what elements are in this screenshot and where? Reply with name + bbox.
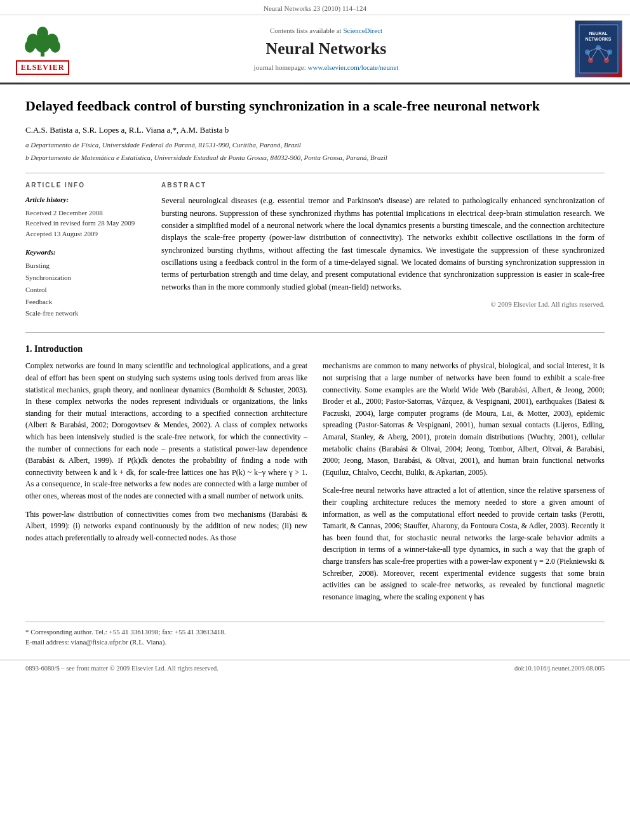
divider-2: [25, 332, 605, 333]
received-date: Received 2 December 2008: [25, 208, 146, 218]
keyword-3: Control: [25, 284, 146, 296]
body-para-3: mechanisms are common to many networks o…: [323, 360, 605, 478]
article-history-label: Article history:: [25, 195, 146, 204]
cover-svg: NEURAL NETWORKS: [578, 23, 619, 74]
elsevier-tree-icon: [20, 23, 65, 58]
abstract-text: Several neurological diseases (e.g. esse…: [161, 195, 605, 293]
elsevier-logo: ELSEVIER: [8, 23, 77, 75]
article-title: Delayed feedback control of bursting syn…: [25, 97, 605, 116]
homepage-url[interactable]: www.elsevier.com/locate/neunet: [308, 63, 399, 71]
keyword-1: Bursting: [25, 260, 146, 272]
journal-homepage: journal homepage: www.elsevier.com/locat…: [84, 63, 568, 72]
abstract-section-label: ABSTRACT: [161, 181, 605, 190]
issn-text: 0893-6080/$ – see front matter © 2009 El…: [25, 664, 218, 674]
body-para-4: Scale-free neural networks have attracte…: [323, 484, 605, 603]
article-info-section-label: ARTICLE INFO: [25, 181, 146, 190]
accepted-date: Accepted 13 August 2009: [25, 229, 146, 239]
elsevier-label: ELSEVIER: [16, 60, 70, 75]
journal-reference: Neural Networks 23 (2010) 114–124: [0, 0, 630, 15]
journal-header: ELSEVIER Contents lists available at Sci…: [0, 15, 630, 84]
affiliations: a Departamento de Física, Universidade F…: [25, 140, 605, 163]
received-revised-date: Received in revised form 28 May 2009: [25, 218, 146, 229]
body-container: 1. Introduction Complex networks are fou…: [0, 343, 630, 660]
abstract-column: ABSTRACT Several neurological diseases (…: [161, 181, 605, 319]
sciencedirect-link: Contents lists available at ScienceDirec…: [84, 26, 568, 36]
body-col-left: Complex networks are found in many scien…: [25, 360, 307, 609]
body-col-right: mechanisms are common to many networks o…: [323, 360, 605, 609]
journal-cover-image: NEURAL NETWORKS: [575, 20, 622, 77]
article-info-abstract: ARTICLE INFO Article history: Received 2…: [25, 181, 605, 319]
keyword-4: Feedback: [25, 296, 146, 308]
svg-point-5: [50, 40, 60, 53]
footnote-star: * Corresponding author. Tel.: +55 41 336…: [25, 627, 605, 637]
authors: C.A.S. Batista a, S.R. Lopes a, R.L. Via…: [25, 124, 605, 136]
article-history-block: Article history: Received 2 December 200…: [25, 195, 146, 239]
affiliation-a: a Departamento de Física, Universidade F…: [25, 140, 605, 150]
footnote-email: E-mail address: viana@fisica.ufpr.br (R.…: [25, 637, 605, 647]
journal-center: Contents lists available at ScienceDirec…: [84, 26, 568, 72]
bottom-bar: 0893-6080/$ – see front matter © 2009 El…: [0, 660, 630, 677]
copyright: © 2009 Elsevier Ltd. All rights reserved…: [161, 300, 605, 309]
authors-text: C.A.S. Batista a, S.R. Lopes a, R.L. Via…: [25, 125, 229, 135]
journal-title: Neural Networks: [84, 37, 568, 60]
svg-point-6: [37, 27, 48, 41]
keyword-2: Synchronization: [25, 272, 146, 284]
keywords-block: Keywords: Bursting Synchronization Contr…: [25, 248, 146, 319]
footnote-area: * Corresponding author. Tel.: +55 41 336…: [25, 622, 605, 647]
divider-1: [25, 173, 605, 173]
body-para-2: This power-law distribution of connectiv…: [25, 509, 307, 544]
svg-text:NETWORKS: NETWORKS: [586, 37, 612, 41]
sciencedirect-anchor[interactable]: ScienceDirect: [343, 27, 382, 34]
body-two-col: Complex networks are found in many scien…: [25, 360, 605, 609]
journal-ref-text: Neural Networks 23 (2010) 114–124: [264, 4, 366, 12]
doi-text: doi:10.1016/j.neunet.2009.08.005: [514, 664, 605, 674]
body-para-1: Complex networks are found in many scien…: [25, 360, 307, 502]
article-container: Delayed feedback control of bursting syn…: [0, 84, 630, 332]
svg-point-4: [25, 40, 35, 53]
keywords-label: Keywords:: [25, 248, 146, 257]
keyword-5: Scale-free network: [25, 307, 146, 319]
affiliation-b: b Departamento de Matemática e Estatísti…: [25, 152, 605, 163]
svg-text:NEURAL: NEURAL: [589, 31, 608, 36]
article-info-column: ARTICLE INFO Article history: Received 2…: [25, 181, 146, 319]
section-1-heading: 1. Introduction: [25, 343, 605, 356]
